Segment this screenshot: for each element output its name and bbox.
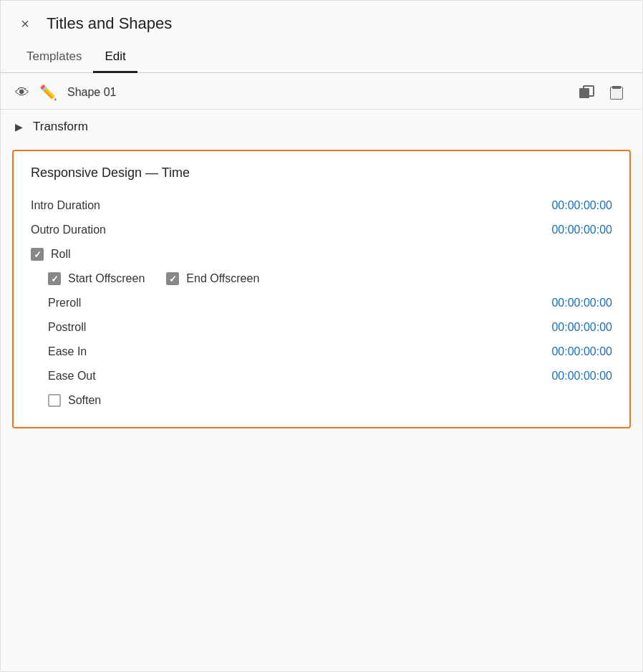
close-button[interactable]: × [15,14,35,34]
transform-row[interactable]: ▶ Transform [1,110,642,144]
tabs-bar: Templates Edit [1,44,642,73]
intro-duration-value[interactable]: 00:00:00:00 [551,199,612,212]
postroll-label: Postroll [48,321,86,334]
svg-rect-4 [611,87,622,99]
roll-checkbox[interactable] [31,248,44,261]
transform-label: Transform [33,120,88,134]
ease-in-row: Ease In 00:00:00:00 [48,340,612,364]
shape-name-label: Shape 01 [67,86,117,99]
ease-out-label: Ease Out [48,370,96,383]
toolbar-actions [575,83,628,102]
toolbar-row: 👁 ✏️ Shape 01 [1,73,642,110]
outro-duration-value[interactable]: 00:00:00:00 [551,224,612,236]
tab-edit[interactable]: Edit [93,44,137,73]
outro-duration-label: Outro Duration [31,224,106,236]
preroll-label: Preroll [48,297,81,309]
intro-duration-row: Intro Duration 00:00:00:00 [31,193,612,218]
ease-out-row: Ease Out 00:00:00:00 [48,364,612,388]
preroll-value[interactable]: 00:00:00:00 [551,297,612,309]
start-offscreen-checkbox[interactable] [48,272,61,285]
chevron-right-icon: ▶ [15,121,23,133]
end-offscreen-label: End Offscreen [186,272,259,285]
panel: × Titles and Shapes Templates Edit 👁 ✏️ … [0,0,643,672]
start-offscreen-item: Start Offscreen [48,272,145,285]
end-offscreen-item: End Offscreen [166,272,259,285]
paste-button[interactable] [605,83,628,102]
ease-out-value[interactable]: 00:00:00:00 [551,370,612,383]
postroll-value[interactable]: 00:00:00:00 [551,321,612,334]
offscreen-group: Start Offscreen End Offscreen [48,267,612,291]
responsive-design-section: Responsive Design — Time Intro Duration … [12,150,631,428]
postroll-row: Postroll 00:00:00:00 [48,315,612,340]
soften-label: Soften [68,394,101,407]
preroll-row: Preroll 00:00:00:00 [48,291,612,315]
panel-title: Titles and Shapes [47,14,172,33]
svg-rect-5 [612,86,621,89]
section-title: Responsive Design — Time [31,165,612,181]
pen-icon[interactable]: ✏️ [39,84,57,101]
ease-in-value[interactable]: 00:00:00:00 [551,345,612,358]
end-offscreen-checkbox[interactable] [166,272,179,285]
ease-in-label: Ease In [48,345,87,358]
panel-header: × Titles and Shapes [1,1,642,44]
roll-row: Roll [31,242,612,267]
copy-button[interactable] [575,83,598,102]
soften-checkbox[interactable] [48,394,61,407]
intro-duration-label: Intro Duration [31,199,100,212]
start-offscreen-label: Start Offscreen [68,272,145,285]
tab-templates[interactable]: Templates [15,44,93,73]
visibility-icon[interactable]: 👁 [15,85,29,101]
roll-label: Roll [51,248,71,261]
soften-row: Soften [48,388,612,413]
outro-duration-row: Outro Duration 00:00:00:00 [31,218,612,242]
